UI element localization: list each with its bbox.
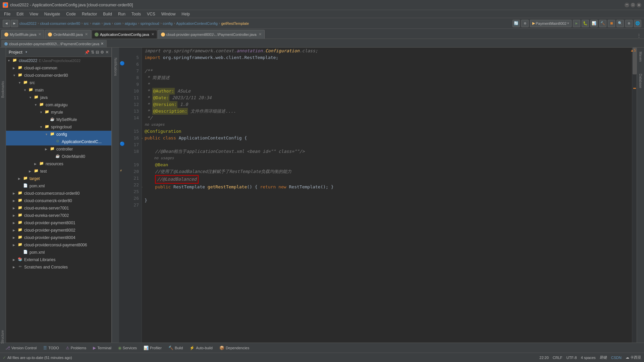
tree-com-atguigu[interactable]: ▼ 📁 com.atguigu <box>6 101 111 109</box>
tab-close-icon3[interactable]: ✕ <box>151 32 154 37</box>
bottom-tab-problems[interactable]: ⚠ Problems <box>63 344 89 352</box>
menu-edit[interactable]: Edit <box>14 11 26 17</box>
tree-springcloud[interactable]: ▼ 📁 springcloud <box>6 123 111 131</box>
bottom-tab-profiler[interactable]: 📊 Profiler <box>141 344 164 352</box>
menu-run[interactable]: Run <box>115 11 128 17</box>
tree-consumer-order80[interactable]: ▼ 📁 cloud-consumer-order80 <box>6 72 111 79</box>
tree-myrule[interactable]: ▼ 📁 myrule <box>6 109 111 116</box>
sidebar-settings-btn[interactable]: ⚙ <box>100 50 104 55</box>
bottom-tab-version-control[interactable]: ⎇ Version Control <box>3 344 39 352</box>
tab-myselfrule[interactable]: MySelfRule.java ✕ <box>1 30 44 39</box>
bc-com[interactable]: com <box>114 21 121 25</box>
menu-file[interactable]: File <box>1 11 13 17</box>
code-editor[interactable]: 🔵 🔵 ⚡ 5 6 7 8 9 10 11 12 13 14 <box>119 48 637 343</box>
tree-eureka7002[interactable]: ▶ 📁 cloud-eureka-server7002 <box>6 212 111 219</box>
run-button[interactable]: ▶ <box>573 20 580 27</box>
profile-button[interactable]: 📊 <box>590 20 598 27</box>
search-button[interactable]: 🔍 <box>616 20 624 27</box>
tab-ordermain80[interactable]: OrderMain80.java ✕ <box>45 30 91 39</box>
tab-appcontextconfig[interactable]: ApplicationContextConfig.java ✕ <box>92 30 157 39</box>
tree-pom1[interactable]: 📄 pom.xml <box>6 182 111 190</box>
code-content[interactable]: import org.springframework.context.annot… <box>142 48 632 343</box>
bc-java[interactable]: java <box>104 21 111 25</box>
sidebar-collapse-btn[interactable]: ⊟ <box>96 50 99 55</box>
tree-target[interactable]: ▶ 📁 target <box>6 175 111 182</box>
menu-help[interactable]: Help <box>179 11 193 17</box>
menu-window[interactable]: Window <box>159 11 178 17</box>
build-button[interactable]: 🔨 <box>599 20 606 27</box>
tree-scratches[interactable]: ▶ ✏ Scratches and Consoles <box>6 263 111 271</box>
tree-consul-order[interactable]: ▶ 📁 cloud-consumerconsul-order80 <box>6 190 111 197</box>
sidebar-expand-btn[interactable]: ⇅ <box>91 50 94 55</box>
tree-root[interactable]: ▼ 📁 cloud2022 E:\JavaProject\cloud2022 <box>6 57 111 64</box>
tab-close-icon2[interactable]: ✕ <box>85 32 88 37</box>
status-crlf[interactable]: CRLF <box>553 356 562 360</box>
tree-appcontextconfig[interactable]: ⚙ ApplicationContextC... <box>6 138 111 145</box>
run-config-selector[interactable]: ▶ PaymentMain8002 ▾ <box>530 20 572 27</box>
database-tab[interactable]: Database <box>638 72 643 89</box>
tree-config[interactable]: ▼ 📁 config <box>6 131 111 138</box>
sidebar-dropdown[interactable]: ▾ <box>25 50 28 55</box>
sub-tab-close[interactable]: ✕ <box>101 42 104 46</box>
stop-button[interactable]: ⏹ <box>608 20 615 27</box>
status-indent[interactable]: 4 spaces <box>581 356 596 360</box>
maven-tab[interactable]: Maven <box>638 50 643 63</box>
menu-build[interactable]: Build <box>100 11 115 17</box>
menu-view[interactable]: View <box>27 11 41 17</box>
bottom-tab-build[interactable]: 🔨 Build <box>166 344 185 352</box>
tab-close-icon[interactable]: ✕ <box>38 32 41 37</box>
tree-resources[interactable]: ▶ 📁 resources <box>6 160 111 168</box>
tree-myselfrule[interactable]: ☕ MySelfRule <box>6 116 111 123</box>
menu-tools[interactable]: Tools <box>129 11 144 17</box>
tree-consul-payment8006[interactable]: ▶ 📁 cloud-providerconsul-payment8006 <box>6 241 111 249</box>
bc-project[interactable]: cloud2022 <box>19 21 37 25</box>
sub-tab-paymentcontroller2[interactable]: cloud-provider-payment8002\...\PaymentCo… <box>1 40 107 47</box>
bottom-tab-autobuild[interactable]: ⚡ Auto-build <box>187 344 215 352</box>
tree-ordermain80[interactable]: ☕ OrderMain80 <box>6 153 111 160</box>
bottom-tab-todo[interactable]: ☰ TODO <box>41 344 62 352</box>
tree-eureka7001[interactable]: ▶ 📁 cloud-eureka-server7001 <box>6 204 111 212</box>
bottom-tab-terminal[interactable]: ▶ Terminal <box>90 344 114 352</box>
tree-api-common[interactable]: ▶ 📁 cloud-api-common <box>6 64 111 72</box>
tree-src[interactable]: ▼ 📁 src <box>6 79 111 86</box>
structure-label[interactable]: Structure <box>0 329 5 345</box>
tree-test[interactable]: ▶ 📁 test <box>6 168 111 175</box>
bc-atguigu[interactable]: atguigu <box>125 21 137 25</box>
sidebar-close-btn[interactable]: ✕ <box>105 50 109 55</box>
menu-refactor[interactable]: Refactor <box>79 11 100 17</box>
tree-pom2[interactable]: 📄 pom.xml <box>6 249 111 256</box>
menu-code[interactable]: Code <box>63 11 78 17</box>
translate-button[interactable]: 🌐 <box>634 20 641 27</box>
bc-method[interactable]: getRestTemplate <box>221 21 249 25</box>
tab-paymentcontroller[interactable]: cloud-provider-payment8001\...\PaymentCo… <box>158 30 265 39</box>
status-ime[interactable]: 易键 <box>600 355 607 360</box>
sync-button[interactable]: 🔄 <box>513 20 520 27</box>
tab-menu-button[interactable]: ⋮ <box>637 33 641 39</box>
bc-class[interactable]: ApplicationContextConfig <box>176 21 218 25</box>
bottom-tab-dependencies[interactable]: 📦 Dependencies <box>217 344 252 352</box>
tree-payment8004[interactable]: ▶ 📁 cloud-provider-payment8004 <box>6 234 111 241</box>
tree-zk-order[interactable]: ▶ 📁 cloud-consumerzk-order80 <box>6 197 111 204</box>
tree-payment8002[interactable]: ▶ 📁 cloud-provider-payment8002 <box>6 227 111 234</box>
bottom-tab-services[interactable]: ◉ Services <box>115 344 140 352</box>
code-scrollbar[interactable]: ▲5 <box>632 48 637 343</box>
tab-close-icon4[interactable]: ✕ <box>259 32 262 37</box>
tree-payment8001[interactable]: ▶ 📁 cloud-provider-payment8001 <box>6 219 111 227</box>
bc-main[interactable]: main <box>92 21 100 25</box>
status-charset[interactable]: UTF-8 <box>567 356 577 360</box>
gear-button[interactable]: ⚙ <box>625 20 633 27</box>
tree-main[interactable]: ▼ 📁 main <box>6 86 111 94</box>
settings-button[interactable]: ⚙ <box>521 20 529 27</box>
forward-button[interactable]: ▶ <box>11 20 18 27</box>
debug-button[interactable]: 🐛 <box>582 20 589 27</box>
tree-controller[interactable]: ▶ 📁 controller <box>6 145 111 153</box>
window-controls[interactable]: ─ □ ✕ <box>625 3 641 7</box>
status-position[interactable]: 22:20 <box>539 356 549 360</box>
bc-config[interactable]: config <box>163 21 172 25</box>
minimize-button[interactable]: ─ <box>625 3 629 7</box>
bc-springcloud[interactable]: springcloud <box>140 21 159 25</box>
tree-java[interactable]: ▼ 📁 java <box>6 94 111 101</box>
menu-vcs[interactable]: VCS <box>144 11 158 17</box>
bc-src[interactable]: src <box>84 21 89 25</box>
tree-external-libs[interactable]: ▶ 📚 External Libraries <box>6 256 111 263</box>
